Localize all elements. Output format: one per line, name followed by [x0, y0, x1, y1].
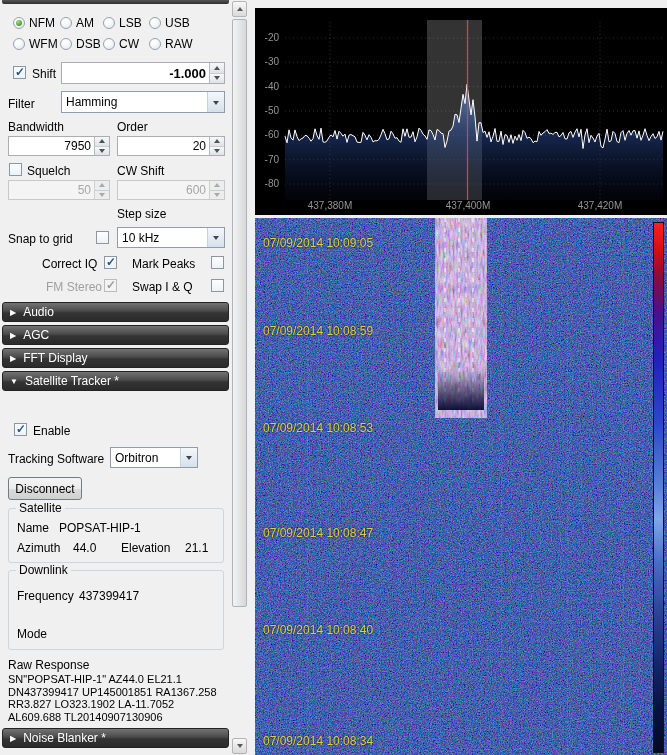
frequency-value: 437399417 [79, 589, 139, 603]
mode-radio-label: CW [119, 37, 139, 51]
order-input[interactable]: 20 [117, 136, 225, 156]
mode-radio-label: NFM [29, 16, 55, 30]
mode-radio-raw[interactable]: RAW [149, 37, 193, 51]
waterfall-timestamp: 07/09/2014 10:08:40 [263, 623, 373, 637]
order-spinner[interactable] [209, 137, 224, 155]
spectrum-display[interactable]: -20-30-40-50-60-70-80437,380M437,400M437… [255, 8, 667, 215]
spin-down-icon[interactable] [209, 146, 224, 156]
order-label: Order [117, 120, 148, 134]
shift-checkbox[interactable] [13, 66, 26, 79]
mode-radio-usb[interactable]: USB [149, 16, 190, 30]
snap-to-grid-checkbox[interactable] [96, 231, 109, 244]
tracking-software-label: Tracking Software [8, 452, 104, 466]
correct-iq-checkbox[interactable] [104, 256, 117, 269]
panel-header-audio[interactable]: ▶ Audio [2, 302, 229, 322]
mark-peaks-checkbox[interactable] [211, 256, 224, 269]
arrow-up-icon [237, 4, 243, 11]
panel-header-satellite-tracker[interactable]: ▼ Satellite Tracker * [2, 371, 229, 391]
radio-dot-icon [149, 38, 161, 50]
panel-header-label: Satellite Tracker * [25, 374, 119, 388]
waterfall-timestamp: 07/09/2014 10:08:34 [263, 734, 373, 748]
bandwidth-spinner[interactable] [94, 137, 109, 155]
elevation-value: 21.1 [185, 541, 208, 555]
dropdown-arrow-icon [207, 228, 224, 247]
control-panel-scrollbar[interactable] [231, 0, 248, 755]
downlink-groupbox: Downlink Frequency 437399417 Mode [8, 570, 224, 650]
panel-header-fft-display[interactable]: ▶ FFT Display [2, 348, 229, 368]
filter-selected-value: Hamming [62, 95, 207, 109]
mode-radio-label: AM [76, 16, 94, 30]
scrollbar-down-button[interactable] [232, 738, 247, 754]
swap-iq-checkbox[interactable] [211, 279, 224, 292]
squelch-spinner [94, 181, 109, 199]
svg-text:-20: -20 [265, 32, 280, 43]
bandwidth-input[interactable]: 7950 [8, 136, 110, 156]
scrollbar-thumb[interactable] [232, 19, 247, 607]
radio-dot-icon [103, 38, 115, 50]
mode-radio-am[interactable]: AM [60, 16, 94, 30]
cw-shift-input: 600 [117, 180, 225, 200]
spin-down-icon[interactable] [209, 73, 224, 84]
svg-text:-50: -50 [265, 105, 280, 116]
satellite-groupbox: Satellite Name POPSAT-HIP-1 Azimuth 44.0… [8, 508, 224, 563]
mode-radio-label: DSB [76, 37, 101, 51]
mode-radio-cw[interactable]: CW [103, 37, 139, 51]
step-size-select[interactable]: 10 kHz [117, 227, 225, 248]
downlink-group-title: Downlink [16, 563, 71, 577]
panel-header-label: AGC [23, 328, 49, 342]
step-size-label: Step size [117, 207, 166, 221]
shift-label: Shift [32, 67, 56, 81]
squelch-value: 50 [9, 183, 94, 197]
disconnect-button[interactable]: Disconnect [8, 477, 82, 500]
panel-header-agc[interactable]: ▶ AGC [2, 325, 229, 345]
azimuth-label: Azimuth [17, 541, 60, 555]
radio-dot-icon [13, 38, 25, 50]
tracking-software-select[interactable]: Orbitron [110, 447, 198, 468]
mode-radio-dsb[interactable]: DSB [60, 37, 101, 51]
chevron-right-icon: ▶ [10, 734, 16, 743]
spectrum-plot: -20-30-40-50-60-70-80437,380M437,400M437… [255, 8, 667, 215]
snap-to-grid-label: Snap to grid [8, 232, 73, 246]
fm-stereo-checkbox [104, 279, 117, 292]
waterfall-timestamp: 07/09/2014 10:08:53 [263, 421, 373, 435]
shift-spinner[interactable] [209, 63, 224, 83]
cw-shift-label: CW Shift [117, 164, 164, 178]
squelch-input: 50 [8, 180, 110, 200]
radio-dot-icon [13, 17, 25, 29]
panel-header-label: FFT Display [23, 351, 87, 365]
chevron-down-icon: ▼ [10, 377, 18, 386]
mark-peaks-label: Mark Peaks [132, 257, 195, 271]
radio-dot-icon [60, 38, 72, 50]
filter-select[interactable]: Hamming [61, 91, 225, 113]
cw-shift-spinner [209, 181, 224, 199]
waterfall-timestamp: 07/09/2014 10:09:05 [263, 236, 373, 250]
shift-input[interactable]: -1.000 [61, 62, 225, 84]
spin-up-icon [94, 181, 109, 190]
mode-radio-nfm[interactable]: NFM [13, 16, 55, 30]
shift-value[interactable]: -1.000 [62, 66, 209, 81]
mode-radio-label: WFM [29, 37, 58, 51]
tracker-enable-checkbox[interactable] [14, 423, 27, 436]
step-size-selected-value: 10 kHz [118, 231, 207, 245]
bandwidth-value[interactable]: 7950 [9, 139, 94, 153]
panel-header-noise-blanker[interactable]: ▶ Noise Blanker * [2, 728, 229, 748]
squelch-checkbox[interactable] [9, 163, 22, 176]
svg-text:437,420M: 437,420M [578, 200, 622, 211]
scrollbar-up-button[interactable] [232, 1, 247, 17]
spin-up-icon[interactable] [209, 137, 224, 146]
waterfall-plot [255, 218, 667, 755]
radio-dot-icon [103, 17, 115, 29]
mode-radio-lsb[interactable]: LSB [103, 16, 142, 30]
spin-up-icon[interactable] [209, 63, 224, 73]
svg-text:-70: -70 [265, 154, 280, 165]
mode-radio-wfm[interactable]: WFM [13, 37, 58, 51]
raw-response-text: SN"POPSAT-HIP-1" AZ44.0 EL21.1 DN4373994… [8, 673, 226, 723]
order-value[interactable]: 20 [118, 139, 209, 153]
mode-radio-label: USB [165, 16, 190, 30]
waterfall-display[interactable]: 07/09/2014 10:09:05 07/09/2014 10:08:59 … [255, 218, 667, 755]
spin-down-icon[interactable] [94, 146, 109, 156]
spin-up-icon[interactable] [94, 137, 109, 146]
satellite-name-label: Name [17, 521, 49, 535]
correct-iq-label: Correct IQ [42, 257, 97, 271]
radio-panel-header-edge [2, 0, 229, 4]
